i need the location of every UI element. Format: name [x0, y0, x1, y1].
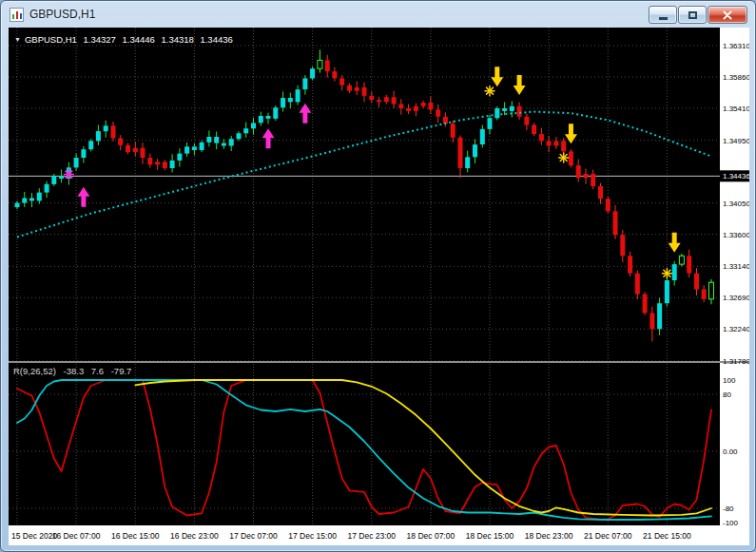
svg-text:-100: -100: [723, 519, 739, 527]
svg-text:1.31780: 1.31780: [723, 357, 749, 366]
time-axis[interactable]: 15 Dec 202016 Dec 07:0016 Dec 15:0016 De…: [11, 531, 691, 541]
svg-text:1.36310: 1.36310: [723, 42, 749, 50]
minimize-icon: [659, 17, 668, 20]
svg-text:80: 80: [723, 390, 731, 399]
svg-text:1.35860: 1.35860: [723, 73, 749, 82]
indicator-value-1: -38.3: [64, 366, 85, 376]
svg-text:1.32690: 1.32690: [723, 294, 749, 302]
ohlc-low: 1.34318: [161, 34, 193, 45]
mt4-chart-window: GBPUSD,H1 1.363101.358601.354101.349501.…: [0, 0, 756, 552]
svg-text:15 Dec 2020: 15 Dec 2020: [11, 531, 57, 541]
window-titlebar[interactable]: GBPUSD,H1: [1, 1, 755, 28]
svg-text:-80: -80: [723, 504, 734, 513]
ohlc-close: 1.34436: [200, 34, 232, 45]
ohlc-symbol: GBPUSD,H1: [25, 34, 77, 45]
svg-text:1.34950: 1.34950: [723, 137, 749, 145]
indicator-name: R(9,26,52): [13, 366, 56, 376]
svg-text:0.00: 0.00: [723, 447, 738, 456]
svg-text:18 Dec 15:00: 18 Dec 15:00: [466, 531, 514, 541]
svg-text:100: 100: [723, 376, 736, 385]
svg-text:1.34050: 1.34050: [723, 200, 749, 208]
close-button[interactable]: [708, 6, 747, 24]
svg-text:1.32240: 1.32240: [723, 325, 749, 333]
current-price-label: 1.34436: [723, 172, 749, 181]
svg-text:18 Dec 07:00: 18 Dec 07:00: [407, 531, 456, 541]
svg-text:16 Dec 15:00: 16 Dec 15:00: [111, 531, 160, 541]
window-controls: [649, 6, 747, 24]
svg-text:17 Dec 15:00: 17 Dec 15:00: [288, 531, 337, 541]
svg-text:1.35410: 1.35410: [723, 105, 749, 113]
window-title: GBPUSD,H1: [29, 8, 95, 21]
maximize-button[interactable]: [678, 6, 707, 24]
svg-text:1.33140: 1.33140: [723, 262, 749, 271]
svg-text:16 Dec 07:00: 16 Dec 07:00: [52, 531, 101, 541]
close-icon: [723, 10, 732, 20]
ohlc-high: 1.34446: [122, 34, 154, 45]
svg-text:18 Dec 23:00: 18 Dec 23:00: [525, 531, 573, 541]
chart-area: 1.363101.358601.354101.349501.340501.336…: [9, 28, 749, 545]
indicator-value-2: 7.6: [91, 366, 104, 376]
svg-text:21 Dec 15:00: 21 Dec 15:00: [643, 531, 691, 541]
ohlc-open: 1.34327: [83, 34, 115, 45]
maximize-icon: [688, 11, 697, 19]
svg-text:17 Dec 07:00: 17 Dec 07:00: [229, 531, 278, 541]
ohlc-readout: ▼GBPUSD,H1 1.34327 1.34446 1.34318 1.344…: [14, 34, 237, 45]
chart-canvas[interactable]: 1.363101.358601.354101.349501.340501.336…: [9, 28, 749, 545]
svg-text:16 Dec 23:00: 16 Dec 23:00: [170, 531, 219, 541]
oneclick-collapse-icon[interactable]: ▼: [14, 36, 21, 43]
svg-text:21 Dec 07:00: 21 Dec 07:00: [584, 531, 632, 541]
minimize-button[interactable]: [649, 6, 677, 24]
svg-text:17 Dec 23:00: 17 Dec 23:00: [348, 531, 397, 541]
svg-text:1.33600: 1.33600: [723, 231, 749, 239]
pane-separator[interactable]: [9, 361, 749, 363]
indicator-value-3: -79.7: [111, 366, 132, 376]
indicator-label: R(9,26,52) -38.3 7.6 -79.7: [13, 366, 136, 376]
chart-icon: [10, 8, 24, 22]
